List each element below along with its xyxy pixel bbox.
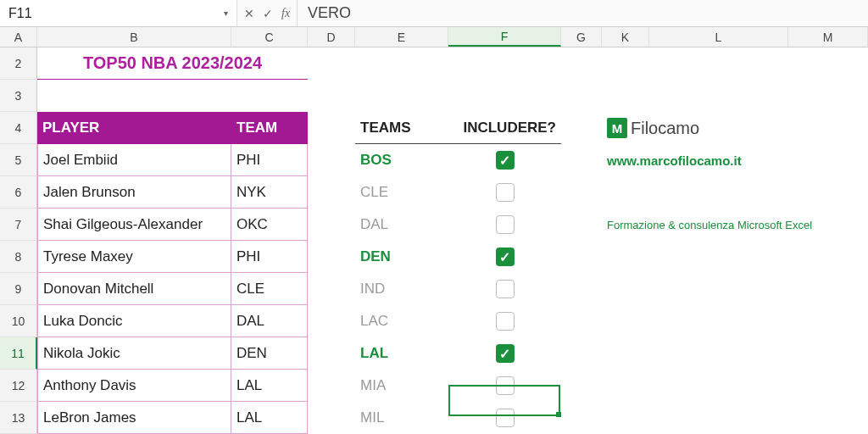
player-team[interactable]: PHI [231, 144, 308, 176]
logo-mark: M [607, 118, 627, 138]
row-2: 2TOP50 NBA 2023/2024 [0, 47, 868, 80]
column-header-D[interactable]: D [308, 27, 355, 47]
formula-input[interactable]: VERO [298, 4, 361, 22]
include-checkbox-cell[interactable]: ✓ [448, 337, 561, 370]
checkbox-icon[interactable] [496, 280, 515, 298]
row-11: 11Nikola JokicDENLAL✓ [0, 337, 868, 370]
row-header[interactable]: 6 [0, 176, 37, 209]
page-title: TOP50 NBA 2023/2024 [37, 47, 308, 80]
player-team[interactable]: DAL [231, 305, 308, 337]
player-name[interactable]: Nikola Jokic [37, 337, 231, 370]
row-header[interactable]: 8 [0, 241, 37, 273]
player-team[interactable]: OKC [231, 209, 308, 241]
row-header[interactable]: 12 [0, 370, 37, 402]
player-name[interactable]: Tyrese Maxey [37, 241, 231, 273]
row-header[interactable]: 5 [0, 144, 37, 176]
row-9: 9Donovan MitchellCLEIND [0, 273, 868, 305]
row-header[interactable]: 9 [0, 273, 37, 305]
include-checkbox-cell[interactable] [448, 176, 561, 209]
column-header-L[interactable]: L [649, 27, 788, 47]
row-12: 12Anthony DavisLALMIA [0, 370, 868, 402]
confirm-icon[interactable]: ✓ [263, 7, 273, 20]
player-team[interactable]: LAL [231, 402, 308, 434]
include-checkbox-cell[interactable] [448, 209, 561, 241]
player-team[interactable]: CLE [231, 273, 308, 305]
column-header-B[interactable]: B [37, 27, 231, 47]
fx-icon[interactable]: fx [281, 7, 290, 20]
column-header-teams: TEAMS [355, 112, 448, 144]
team-filter-name[interactable]: CLE [355, 176, 448, 209]
name-box-dropdown-icon[interactable]: ▾ [224, 8, 228, 18]
row-header[interactable]: 11 [0, 337, 37, 370]
player-name[interactable]: Anthony Davis [37, 370, 231, 402]
formula-controls: ✕ ✓ fx [237, 0, 298, 26]
row-4: 4PLAYERTEAMTEAMSINCLUDERE?MFilocamo [0, 112, 868, 144]
player-name[interactable]: Jalen Brunson [37, 176, 231, 209]
column-header-A[interactable]: A [0, 27, 37, 47]
team-filter-name[interactable]: LAC [355, 305, 448, 337]
row-3: 3 [0, 80, 868, 112]
row-6: 6Jalen BrunsonNYKCLE [0, 176, 868, 209]
website-link[interactable]: www.marcofilocamo.it [602, 144, 868, 176]
team-filter-name[interactable]: DAL [355, 209, 448, 241]
player-name[interactable]: Luka Doncic [37, 305, 231, 337]
checkbox-icon[interactable] [496, 215, 515, 234]
row-5: 5Joel EmbiidPHIBOS✓www.marcofilocamo.it [0, 144, 868, 176]
checkbox-icon[interactable]: ✓ [496, 344, 515, 363]
grid-body: 2TOP50 NBA 2023/202434PLAYERTEAMTEAMSINC… [0, 47, 868, 434]
row-header[interactable]: 4 [0, 112, 37, 144]
team-filter-name[interactable]: LAL [355, 337, 448, 370]
checkbox-icon[interactable] [496, 183, 515, 202]
row-10: 10Luka DoncicDALLAC [0, 305, 868, 337]
player-team[interactable]: LAL [231, 370, 308, 402]
row-header[interactable]: 3 [0, 80, 37, 112]
column-header-include: INCLUDERE? [448, 112, 561, 144]
table-header-team[interactable]: TEAM [231, 112, 308, 144]
formula-bar: F11 ▾ ✕ ✓ fx VERO [0, 0, 868, 27]
row-7: 7Shai Gilgeous-AlexanderOKCDALFormazione… [0, 209, 868, 241]
column-header-C[interactable]: C [231, 27, 308, 47]
checkbox-icon[interactable] [496, 376, 515, 395]
logo-text: Filocamo [631, 119, 699, 138]
include-checkbox-cell[interactable]: ✓ [448, 144, 561, 176]
column-header-F[interactable]: F [448, 27, 561, 47]
name-box-value: F11 [8, 6, 32, 21]
player-team[interactable]: PHI [231, 241, 308, 273]
team-filter-name[interactable]: MIL [355, 402, 448, 434]
player-name[interactable]: LeBron James [37, 402, 231, 434]
row-header[interactable]: 10 [0, 305, 37, 337]
checkbox-icon[interactable]: ✓ [496, 248, 515, 266]
column-header-E[interactable]: E [355, 27, 448, 47]
row-header[interactable]: 7 [0, 209, 37, 241]
include-checkbox-cell[interactable]: ✓ [448, 241, 561, 273]
cancel-icon[interactable]: ✕ [244, 7, 254, 20]
player-team[interactable]: NYK [231, 176, 308, 209]
checkbox-icon[interactable]: ✓ [496, 151, 515, 170]
team-filter-name[interactable]: DEN [355, 241, 448, 273]
column-header-K[interactable]: K [602, 27, 649, 47]
column-header-G[interactable]: G [561, 27, 602, 47]
column-headers: ABCDEFGKLM [0, 27, 868, 47]
checkbox-icon[interactable] [496, 409, 515, 427]
row-header[interactable]: 2 [0, 47, 37, 80]
row-header[interactable]: 13 [0, 402, 37, 434]
player-name[interactable]: Joel Embiid [37, 144, 231, 176]
logo: MFilocamo [602, 112, 868, 144]
include-checkbox-cell[interactable] [448, 370, 561, 402]
column-header-M[interactable]: M [788, 27, 868, 47]
row-8: 8Tyrese MaxeyPHIDEN✓ [0, 241, 868, 273]
team-filter-name[interactable]: MIA [355, 370, 448, 402]
include-checkbox-cell[interactable] [448, 305, 561, 337]
player-team[interactable]: DEN [231, 337, 308, 370]
checkbox-icon[interactable] [496, 312, 515, 331]
tagline: Formazione & consulenza Microsoft Excel [602, 209, 868, 241]
table-header-player[interactable]: PLAYER [37, 112, 231, 144]
row-13: 13LeBron JamesLALMIL [0, 402, 868, 434]
include-checkbox-cell[interactable] [448, 402, 561, 434]
team-filter-name[interactable]: BOS [355, 144, 448, 176]
team-filter-name[interactable]: IND [355, 273, 448, 305]
player-name[interactable]: Shai Gilgeous-Alexander [37, 209, 231, 241]
name-box[interactable]: F11 ▾ [0, 0, 237, 26]
include-checkbox-cell[interactable] [448, 273, 561, 305]
player-name[interactable]: Donovan Mitchell [37, 273, 231, 305]
